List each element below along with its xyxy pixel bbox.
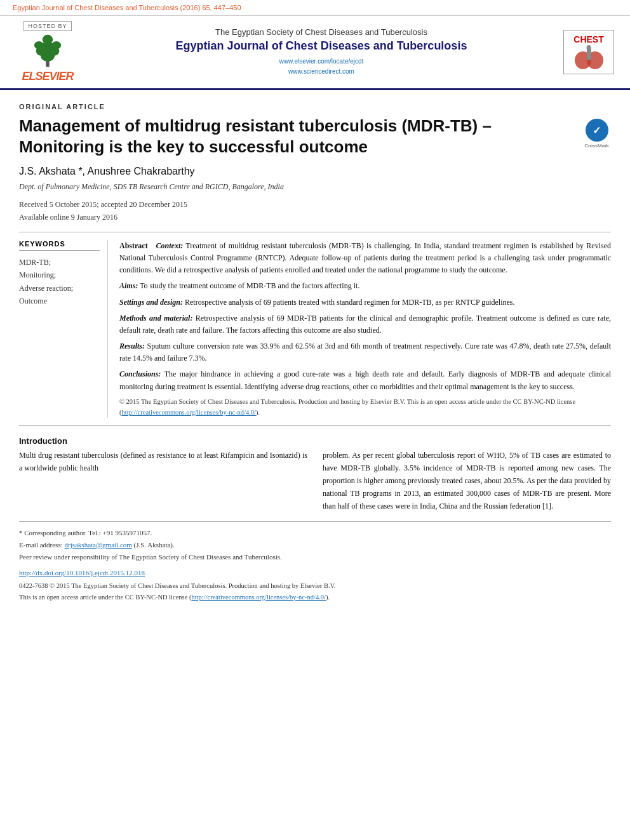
svg-point-7 bbox=[43, 35, 53, 44]
authors-text: J.S. Akshata *, Anushree Chakrabarthy bbox=[19, 166, 195, 177]
article-title: Management of multidrug resistant tuberc… bbox=[19, 116, 576, 157]
doi-line: http://dx.doi.org/10.1016/j.ejcdt.2015.1… bbox=[19, 568, 611, 578]
copyright-text: 0422-7638 © 2015 The Egyptian Society of… bbox=[19, 582, 335, 589]
keywords-column: KEYWORDS MDR-TB; Monitoring; Adverse rea… bbox=[19, 240, 108, 418]
abstract-aims: Aims: To study the treatment outcome of … bbox=[119, 280, 611, 292]
bottom-copyright: 0422-7638 © 2015 The Egyptian Society of… bbox=[19, 580, 611, 603]
journal-title-section: The Egyptian Society of Chest Diseases a… bbox=[89, 21, 554, 83]
chest-lung-icon bbox=[572, 44, 607, 70]
footnote-peer-review: Peer review under responsibility of The … bbox=[19, 551, 611, 563]
context-label: Context: bbox=[156, 241, 184, 250]
journal-title: Egyptian Journal of Chest Diseases and T… bbox=[176, 39, 467, 53]
footnote-corresponding: * Corresponding author. Tel.: +91 953597… bbox=[19, 527, 611, 539]
authors-line: J.S. Akshata *, Anushree Chakrabarthy bbox=[19, 166, 611, 177]
top-bar: Egyptian Journal of Chest Diseases and T… bbox=[0, 0, 630, 16]
intro-section: Introduction Multi drug resistant tuberc… bbox=[19, 436, 611, 512]
journal-urls: www.elsevier.com/locate/ejcdt www.scienc… bbox=[279, 57, 364, 77]
doi-link[interactable]: http://dx.doi.org/10.1016/j.ejcdt.2015.1… bbox=[19, 569, 145, 577]
url1: www.elsevier.com/locate/ejcdt bbox=[279, 58, 364, 65]
svg-point-6 bbox=[51, 41, 61, 50]
elsevier-tree-icon bbox=[25, 34, 70, 69]
intro-left-text: Multi drug resistant tuberculosis (defin… bbox=[19, 450, 307, 475]
abstract-methods: Methods and material: Retrospective anal… bbox=[119, 312, 611, 337]
svg-point-5 bbox=[34, 41, 44, 50]
license-end: ). bbox=[256, 409, 260, 416]
footnotes-section: * Corresponding author. Tel.: +91 953597… bbox=[19, 521, 611, 603]
keywords-header: KEYWORDS bbox=[19, 240, 100, 251]
section-divider bbox=[19, 232, 611, 232]
url2: www.sciencedirect.com bbox=[288, 68, 354, 75]
crossmark-label: CrossMark bbox=[584, 143, 609, 149]
open-access-text: This is an open access article under the… bbox=[19, 594, 191, 601]
intro-right-col: problem. As per recent global tuberculos… bbox=[323, 450, 611, 512]
keyword-2: Monitoring; bbox=[19, 269, 100, 281]
abstract-label: Abstract bbox=[119, 241, 148, 250]
crossmark-badge: ✓ CrossMark bbox=[582, 116, 611, 149]
intro-columns: Multi drug resistant tuberculosis (defin… bbox=[19, 450, 611, 512]
affiliation: Dept. of Pulmonary Medicine, SDS TB Rese… bbox=[19, 182, 611, 192]
settings-text: Retrospective analysis of 69 patients tr… bbox=[183, 298, 514, 307]
footnote-email: E-mail address: drjsakshata@gmail.com (J… bbox=[19, 539, 611, 551]
elsevier-logo: ELSEVIER bbox=[22, 70, 73, 83]
intro-right-text: problem. As per recent global tuberculos… bbox=[323, 450, 611, 512]
keywords-abstract-section: KEYWORDS MDR-TB; Monitoring; Adverse rea… bbox=[19, 240, 611, 418]
settings-label: Settings and design: bbox=[119, 298, 183, 307]
aims-text: To study the treatment outcome of MDR-TB… bbox=[138, 281, 359, 290]
keyword-3: Adverse reaction; bbox=[19, 282, 100, 295]
keyword-4: Outcome bbox=[19, 295, 100, 307]
abstract-conclusions: Conclusions: The major hindrance in achi… bbox=[119, 368, 611, 392]
intro-left-col: Multi drug resistant tuberculosis (defin… bbox=[19, 450, 307, 512]
email-link[interactable]: drjsakshata@gmail.com bbox=[64, 541, 131, 549]
svg-point-11 bbox=[586, 45, 591, 50]
article-category: ORIGINAL ARTICLE bbox=[19, 103, 611, 110]
chest-logo-box: CHEST bbox=[563, 30, 614, 74]
intro-heading: Introduction bbox=[19, 436, 611, 446]
journal-header: HOSTED BY ELSEVIER The Egyptian Society … bbox=[0, 16, 630, 90]
abstract-settings: Settings and design: Retrospective analy… bbox=[119, 297, 611, 309]
abstract-license: © 2015 The Egyptian Society of Chest Dis… bbox=[119, 397, 611, 418]
chest-logo-section: CHEST bbox=[560, 21, 617, 83]
available-date: Available online 9 January 2016 bbox=[19, 211, 611, 223]
license-link[interactable]: http://creativecommons.org/licenses/by-n… bbox=[122, 409, 257, 416]
abstract-results: Results: Sputum culture conversion rate … bbox=[119, 340, 611, 364]
hosted-by-label: HOSTED BY bbox=[23, 21, 71, 31]
aims-label: Aims: bbox=[119, 281, 138, 290]
email-suffix: (J.S. Akshata). bbox=[132, 541, 175, 549]
open-access-end: ). bbox=[326, 594, 330, 601]
open-access-link[interactable]: http://creativecommons.org/licenses/by-n… bbox=[191, 594, 326, 601]
email-label: E-mail address: bbox=[19, 541, 64, 549]
abstract-column: Abstract Context: Treatment of multidrug… bbox=[119, 240, 611, 418]
elsevier-branding: HOSTED BY ELSEVIER bbox=[13, 21, 83, 83]
article-content: ORIGINAL ARTICLE Management of multidrug… bbox=[0, 90, 630, 615]
received-date: Received 5 October 2015; accepted 20 Dec… bbox=[19, 198, 611, 211]
abstract-context: Abstract Context: Treatment of multidrug… bbox=[119, 240, 611, 277]
dates-section: Received 5 October 2015; accepted 20 Dec… bbox=[19, 198, 611, 224]
society-name: The Egyptian Society of Chest Diseases a… bbox=[215, 27, 427, 37]
conclusions-text: The major hindrance in achieving a good … bbox=[119, 370, 611, 390]
context-text: Treatment of multidrug resistant tubercu… bbox=[119, 241, 611, 274]
results-text: Sputum culture conversion rate was 33.9%… bbox=[119, 342, 611, 363]
methods-label: Methods and material: bbox=[119, 314, 192, 323]
journal-citation: Egyptian Journal of Chest Diseases and T… bbox=[13, 4, 241, 11]
results-label: Results: bbox=[119, 342, 145, 350]
crossmark-icon: ✓ bbox=[586, 119, 608, 142]
chest-title: CHEST bbox=[573, 34, 603, 44]
article-title-row: Management of multidrug resistant tuberc… bbox=[19, 116, 611, 157]
intro-divider bbox=[19, 425, 611, 426]
keyword-1: MDR-TB; bbox=[19, 256, 100, 269]
conclusions-label: Conclusions: bbox=[119, 370, 161, 378]
methods-text: Retrospective analysis of 69 MDR-TB pati… bbox=[119, 314, 611, 335]
